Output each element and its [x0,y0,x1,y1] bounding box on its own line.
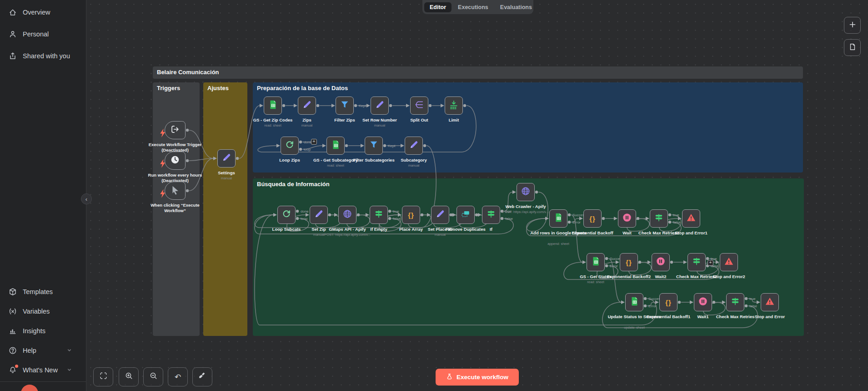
node-box[interactable] [694,293,712,311]
node-box[interactable] [165,152,186,170]
node-box[interactable] [264,96,282,115]
node-gssubcat[interactable]: GS - Get Subcategoryread: sheet [326,137,345,155]
node-box[interactable] [549,209,567,228]
node-box[interactable] [310,206,328,224]
node-setzip[interactable]: Set Zipmanual [310,206,328,224]
node-box[interactable] [338,206,356,224]
node-loopzips[interactable]: Loop Zips [281,137,299,155]
reset-zoom-button[interactable]: ↶ [168,367,188,386]
zoom-out-button[interactable] [143,367,163,386]
node-settings[interactable]: Settingsmanual [217,149,236,168]
node-box[interactable] [370,206,388,224]
tab-editor[interactable]: Editor [424,2,452,12]
node-box[interactable] [682,209,700,228]
tab-executions[interactable]: Executions [452,2,494,12]
sidebar-item-help[interactable]: Help [0,341,86,360]
node-stoperror2[interactable]: Stop and Error2 [720,253,738,271]
node-box[interactable] [165,182,186,200]
execute-workflow-button[interactable]: Execute workflow [436,369,519,386]
node-expbackoff2[interactable]: {}Exponential Backoff2 [620,253,638,271]
node-checkmax1[interactable]: Check Max Retries1 [650,209,668,228]
node-box[interactable] [618,209,636,228]
sidebar-item-insights[interactable]: Insights [0,321,86,340]
node-removedup[interactable]: Remove Duplicates [457,206,475,224]
node-box[interactable] [726,293,744,311]
node-box[interactable] [165,121,186,139]
node-t3[interactable]: When clicking “Execute Workflow” [165,182,186,200]
node-box[interactable] [445,96,463,115]
node-box[interactable] [761,293,779,311]
node-box[interactable] [336,96,354,115]
node-box[interactable] [405,137,423,155]
node-filtersubcat[interactable]: Filter Subcategories [365,137,383,155]
node-box[interactable]: {} [583,209,602,228]
sidebar-collapse-button[interactable]: ‹ [81,193,92,204]
node-t1[interactable]: Execute Workflow Trigger (Deactivated) [165,121,186,139]
sidebar-item-whats-new[interactable]: What's New [0,361,86,380]
sidebar-item-templates[interactable]: Templates [0,282,86,301]
node-box[interactable] [517,183,535,201]
node-box[interactable] [217,149,236,168]
sidebar-item-personal[interactable]: Personal [0,25,86,44]
tab-evaluations[interactable]: Evaluations [495,2,537,12]
node-box[interactable] [410,96,428,115]
node-box[interactable] [587,253,605,271]
node-t2[interactable]: Run workflow every hours (Deactivated) [165,152,186,170]
add-node-button[interactable] [844,17,861,34]
sidebar-item-variables[interactable]: Variables [0,302,86,321]
node-box[interactable] [687,253,706,271]
add-connection-button[interactable]: + [707,260,713,266]
node-subcategory[interactable]: Subcategorymanual [405,137,423,155]
zoom-in-button[interactable] [119,367,139,386]
node-box[interactable] [652,253,670,271]
node-limit[interactable]: Limit [445,96,463,115]
node-checkmax2[interactable]: Check Max Retries2 [687,253,706,271]
sidebar-item-shared-with-you[interactable]: Shared with you [0,46,86,66]
node-addrows[interactable]: Add rows in Google Sheetsappend: sheet [549,209,567,228]
add-sticky-note-button[interactable] [844,39,861,56]
node-box[interactable]: {} [659,293,677,311]
node-box[interactable] [457,206,475,224]
node-box[interactable] [326,137,345,155]
node-box[interactable] [720,253,738,271]
node-setplaceid[interactable]: Set Place IDmanual [431,206,449,224]
fit-view-button[interactable] [93,367,113,386]
node-stoperror[interactable]: Stop and Error [761,293,779,311]
node-splitout[interactable]: Split Out [410,96,428,115]
node-updatestatus[interactable]: Update Status to Successupdate: sheet [625,293,643,311]
node-ifempty[interactable]: If Empty [370,206,388,224]
node-placearray[interactable]: {}Place Array [402,206,420,224]
node-box[interactable] [371,96,389,115]
node-wait2[interactable]: Wait2 [652,253,670,271]
user-avatar[interactable] [21,385,38,391]
sidebar-item-overview[interactable]: Overview [0,3,86,22]
node-box[interactable]: {} [402,206,420,224]
node-gsstatus[interactable]: GS - Get Statusread: sheet [587,253,605,271]
node-box[interactable]: {} [620,253,638,271]
node-checkmax[interactable]: Check Max Retries [726,293,744,311]
node-webcrawler[interactable]: Web Crawler - ApifyPOST: https://api.api… [517,183,535,201]
node-gmaps[interactable]: GMaps API - ApifyPOST: https://api.apify… [338,206,356,224]
node-box[interactable] [431,206,449,224]
node-box[interactable] [365,137,383,155]
note-ajustes[interactable]: Ajustes [203,82,247,336]
node-expbackoff[interactable]: {}Exponential Backoff [583,209,602,228]
node-zips[interactable]: Zipsmanual [298,96,316,115]
node-expbackoff1[interactable]: {}Exponential Backoff1 [659,293,677,311]
add-connection-button[interactable]: + [311,139,317,145]
note-belaire[interactable]: Belaire Comunicación [153,66,803,79]
node-box[interactable] [650,209,668,228]
node-gszip[interactable]: GS - Get Zip Codesread: sheet [264,96,282,115]
node-wait1[interactable]: Wait1 [694,293,712,311]
home-icon [9,8,17,16]
node-box[interactable] [298,96,316,115]
node-box[interactable] [281,137,299,155]
node-stoperror1[interactable]: Stop and Error1 [682,209,700,228]
tidy-up-button[interactable] [192,367,212,386]
node-filterzips[interactable]: Filter Zips [336,96,354,115]
node-box[interactable] [625,293,643,311]
node-wait[interactable]: Wait [618,209,636,228]
node-box[interactable] [277,206,296,224]
node-loopsubcats[interactable]: Loop Subcats [277,206,296,224]
node-setrow[interactable]: Set Row Numbermanual [371,96,389,115]
